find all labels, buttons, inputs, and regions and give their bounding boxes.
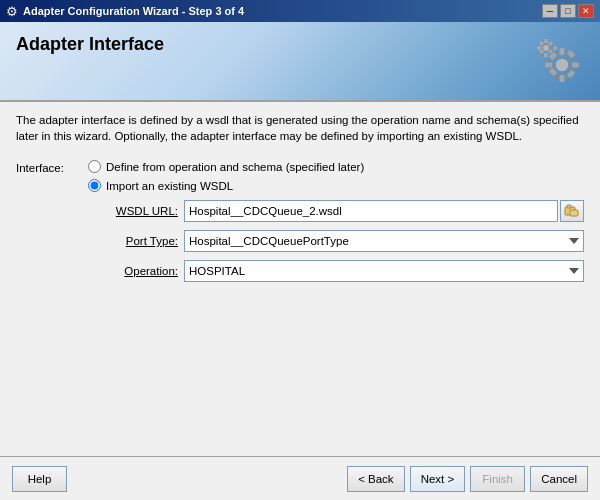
radio-import-label[interactable]: Import an existing WSDL: [106, 180, 233, 192]
finish-button[interactable]: Finish: [470, 466, 525, 492]
dialog-footer: Help < Back Next > Finish Cancel: [0, 456, 600, 500]
close-button[interactable]: ✕: [578, 4, 594, 18]
port-type-row: Port Type: Hospital__CDCQueuePortType: [104, 230, 584, 252]
svg-rect-2: [560, 48, 565, 55]
svg-rect-3: [560, 75, 565, 82]
title-bar-controls[interactable]: ─ □ ✕: [542, 4, 594, 18]
operation-label: Operation:: [104, 265, 184, 277]
browse-icon: [564, 203, 580, 219]
svg-rect-15: [553, 46, 557, 50]
title-bar: ⚙ Adapter Configuration Wizard - Step 3 …: [0, 0, 600, 22]
footer-right: < Back Next > Finish Cancel: [347, 466, 588, 492]
radio-option-define[interactable]: Define from operation and schema (specif…: [88, 160, 364, 173]
cancel-button[interactable]: Cancel: [530, 466, 588, 492]
minimize-button[interactable]: ─: [542, 4, 558, 18]
svg-rect-5: [572, 63, 579, 68]
operation-select[interactable]: HOSPITAL: [184, 260, 584, 282]
help-button[interactable]: Help: [12, 466, 67, 492]
radio-import-input[interactable]: [88, 179, 101, 192]
wsdl-url-input[interactable]: [184, 200, 558, 222]
footer-left: Help: [12, 466, 67, 492]
svg-rect-22: [570, 210, 578, 216]
browse-button[interactable]: [560, 200, 584, 222]
port-type-select-wrapper: Hospital__CDCQueuePortType: [184, 230, 584, 252]
title-bar-icon: ⚙: [6, 4, 18, 19]
operation-label-text: Operation:: [124, 265, 178, 277]
wsdl-url-input-wrapper: [184, 200, 584, 222]
dialog-header-title: Adapter Interface: [16, 34, 584, 55]
back-button[interactable]: < Back: [347, 466, 404, 492]
radio-options: Define from operation and schema (specif…: [88, 160, 364, 192]
radio-define-input[interactable]: [88, 160, 101, 173]
svg-rect-13: [544, 53, 548, 57]
operation-select-wrapper: HOSPITAL: [184, 260, 584, 282]
gear-decoration-icon: [530, 30, 590, 90]
interface-row: Interface: Define from operation and sch…: [16, 160, 584, 192]
svg-rect-4: [545, 63, 552, 68]
next-button[interactable]: Next >: [410, 466, 466, 492]
port-type-select[interactable]: Hospital__CDCQueuePortType: [184, 230, 584, 252]
svg-rect-21: [567, 205, 571, 208]
dialog-body: Adapter Interface: [0, 22, 600, 500]
operation-row: Operation: HOSPITAL: [104, 260, 584, 282]
svg-rect-14: [537, 46, 541, 50]
description-area: The adapter interface is defined by a ws…: [0, 102, 600, 152]
port-type-label-text: Port Type:: [126, 235, 178, 247]
description-text: The adapter interface is defined by a ws…: [16, 114, 579, 142]
form-area: Interface: Define from operation and sch…: [0, 152, 600, 456]
radio-option-import[interactable]: Import an existing WSDL: [88, 179, 364, 192]
title-bar-left: ⚙ Adapter Configuration Wizard - Step 3 …: [6, 4, 244, 19]
maximize-button[interactable]: □: [560, 4, 576, 18]
wsdl-url-label: WSDL URL:: [104, 205, 184, 217]
svg-rect-12: [544, 39, 548, 43]
port-type-label: Port Type:: [104, 235, 184, 247]
svg-point-1: [555, 58, 569, 72]
wsdl-url-label-text: WSDL URL:: [116, 205, 178, 217]
radio-define-label[interactable]: Define from operation and schema (specif…: [106, 161, 364, 173]
dialog-header: Adapter Interface: [0, 22, 600, 102]
interface-label: Interface:: [16, 160, 88, 174]
wsdl-url-row: WSDL URL:: [104, 200, 584, 222]
svg-point-11: [543, 45, 550, 52]
title-bar-text: Adapter Configuration Wizard - Step 3 of…: [23, 5, 244, 17]
